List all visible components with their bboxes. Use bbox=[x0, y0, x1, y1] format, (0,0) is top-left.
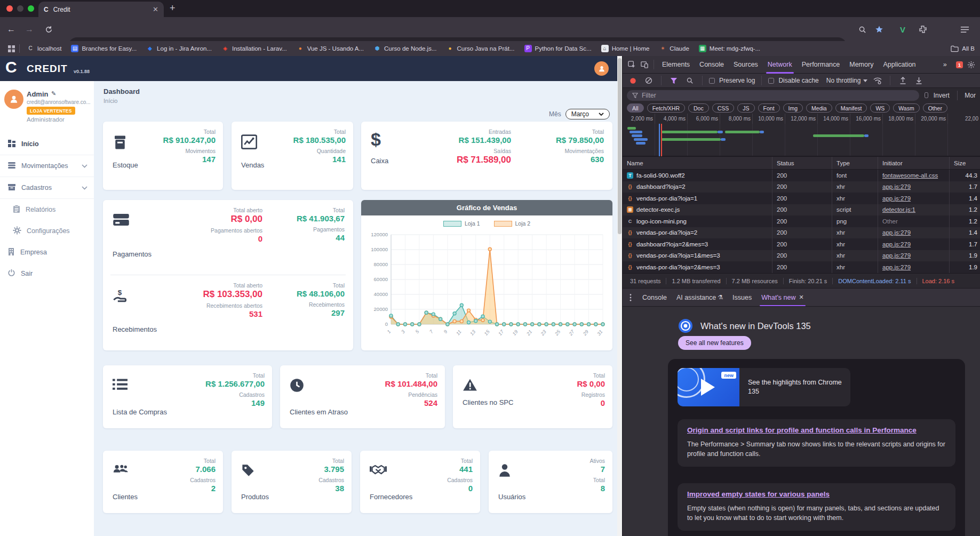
device-toolbar-icon[interactable] bbox=[639, 59, 650, 70]
invert-checkbox[interactable] bbox=[925, 92, 928, 98]
initiator-link[interactable]: app.js:279 bbox=[882, 264, 911, 270]
network-request-row[interactable]: Tfa-solid-900.woff2200fontfontawesome-al… bbox=[623, 170, 980, 181]
filter-chip-media[interactable]: Media bbox=[806, 103, 832, 113]
bookmark-item[interactable]: ⌂Home | Home bbox=[596, 45, 655, 52]
devtools-tab-memory[interactable]: Memory bbox=[844, 56, 878, 74]
see-all-features-button[interactable]: See all new features bbox=[678, 336, 751, 350]
more-filters-label[interactable]: Mor bbox=[965, 92, 976, 99]
drawer-tab-issues[interactable]: Issues bbox=[728, 289, 756, 306]
filter-chip-css[interactable]: CSS bbox=[712, 103, 735, 113]
bookmark-star-icon[interactable] bbox=[873, 23, 885, 35]
devtools-settings-gear-icon[interactable] bbox=[965, 59, 977, 70]
initiator-link[interactable]: app.js:279 bbox=[882, 183, 911, 190]
sidebar-item-configuracoes[interactable]: Configurações bbox=[0, 220, 94, 242]
initiator-link[interactable]: app.js:279 bbox=[882, 195, 911, 202]
bookmark-item[interactable]: ▦Meet: mdg-zfwq-... bbox=[694, 45, 765, 52]
bookmark-item[interactable]: Clocalhost bbox=[22, 45, 66, 52]
request-name[interactable]: {}vendas-por-dia?loja=2 bbox=[623, 227, 772, 239]
bookmark-item[interactable]: ⬢Curso de Node.js... bbox=[369, 45, 441, 52]
column-header-status[interactable]: Status bbox=[772, 157, 832, 169]
clear-network-log-icon[interactable] bbox=[643, 75, 655, 86]
extensions-puzzle-icon[interactable] bbox=[917, 23, 929, 35]
more-tabs-button[interactable]: » bbox=[938, 56, 952, 74]
filter-chip-other[interactable]: Other bbox=[923, 103, 947, 113]
search-icon[interactable] bbox=[856, 23, 868, 35]
network-request-row[interactable]: {}vendas-por-dia?loja=2200xhrapp.js:2791… bbox=[623, 227, 980, 239]
request-name[interactable]: {}dashboard?loja=2 bbox=[623, 181, 772, 193]
preserve-log-label[interactable]: Preserve log bbox=[719, 77, 755, 84]
network-request-row[interactable]: {}dashboard?loja=2200xhrapp.js:2791.7 bbox=[623, 181, 980, 193]
initiator-link[interactable]: fontawesome-all.css bbox=[882, 172, 938, 179]
header-avatar[interactable] bbox=[594, 61, 609, 76]
apps-grid-icon[interactable] bbox=[5, 43, 17, 54]
filter-chip-wasm[interactable]: Wasm bbox=[893, 103, 919, 113]
devtools-tab-elements[interactable]: Elements bbox=[657, 56, 695, 74]
bookmark-item[interactable]: ✶Claude bbox=[654, 45, 694, 52]
inspect-element-icon[interactable] bbox=[626, 59, 638, 70]
bookmark-item[interactable]: ◆Log in - Jira Anron... bbox=[141, 45, 217, 52]
request-name[interactable]: {}vendas-por-dia?loja=2&mes=3 bbox=[623, 261, 772, 273]
initiator-link[interactable]: detector.js:1 bbox=[882, 206, 915, 213]
network-request-row[interactable]: Clogo-icon-mini.png200pngOther1.2 bbox=[623, 215, 980, 227]
request-name[interactable]: Clogo-icon-mini.png bbox=[623, 215, 772, 227]
filter-chip-doc[interactable]: Doc bbox=[688, 103, 709, 113]
feature-link[interactable]: Origin and script links for profile and … bbox=[687, 426, 917, 434]
filter-funnel-icon[interactable] bbox=[668, 75, 680, 86]
feature-link[interactable]: Improved empty states for various panels bbox=[687, 490, 830, 498]
devtools-tab-console[interactable]: Console bbox=[695, 56, 729, 74]
bookmark-item[interactable]: ▤Branches for Easy... bbox=[66, 45, 141, 52]
sidebar-item-cadastros[interactable]: Cadastros bbox=[0, 177, 94, 198]
browser-tab[interactable]: C Credit ✕ bbox=[38, 2, 164, 17]
initiator-link[interactable]: app.js:279 bbox=[882, 252, 911, 259]
sidebar-item-relatorios[interactable]: Relatórios bbox=[0, 199, 94, 220]
filter-chip-all[interactable]: All bbox=[627, 103, 644, 113]
drawer-tab-console[interactable]: Console bbox=[638, 289, 672, 306]
devtools-tab-application[interactable]: Application bbox=[878, 56, 920, 74]
video-thumbnail[interactable]: new bbox=[678, 368, 739, 406]
network-request-row[interactable]: {}dashboard?loja=2&mes=3200xhrapp.js:279… bbox=[623, 238, 980, 250]
request-name[interactable]: {}vendas-por-dia?loja=1&mes=3 bbox=[623, 250, 772, 262]
drawer-tab-whatsnew[interactable]: What's new ✕ bbox=[756, 289, 808, 306]
network-filter-input[interactable]: Filter bbox=[627, 90, 919, 101]
bookmark-item[interactable]: ◈Installation - Larav... bbox=[217, 45, 292, 52]
v-extension-icon[interactable]: V bbox=[897, 23, 909, 35]
bookmark-item[interactable]: PPython for Data Sc... bbox=[520, 45, 596, 52]
scrollbar-thumb[interactable] bbox=[618, 58, 622, 234]
column-header-name[interactable]: Name bbox=[623, 157, 772, 169]
devtools-tab-performance[interactable]: Performance bbox=[797, 56, 845, 74]
bookmark-item[interactable]: ●Curso Java na Prát... bbox=[441, 45, 519, 52]
browser-menu-icon[interactable] bbox=[959, 23, 970, 35]
drawer-menu-icon[interactable] bbox=[625, 292, 636, 303]
network-request-row[interactable]: {}vendas-por-dia?loja=2&mes=3200xhrapp.j… bbox=[623, 261, 980, 273]
network-overview[interactable] bbox=[623, 124, 980, 156]
column-header-initiator[interactable]: Initiator bbox=[878, 157, 950, 169]
back-button[interactable]: ← bbox=[5, 23, 17, 35]
throttling-select[interactable]: No throttling bbox=[826, 77, 868, 84]
tab-close-icon[interactable]: ✕ bbox=[153, 5, 158, 13]
request-name[interactable]: Tfa-solid-900.woff2 bbox=[623, 170, 772, 181]
filter-chip-img[interactable]: Img bbox=[783, 103, 803, 113]
filter-chip-manifest[interactable]: Manifest bbox=[835, 103, 867, 113]
all-bookmarks-button[interactable]: All B bbox=[951, 45, 975, 52]
window-zoom-button[interactable] bbox=[28, 5, 34, 12]
request-name[interactable]: ≣detector-exec.js bbox=[623, 204, 772, 216]
close-drawer-tab-icon[interactable]: ✕ bbox=[799, 294, 803, 301]
month-select[interactable]: Março bbox=[565, 109, 610, 119]
preserve-log-checkbox[interactable] bbox=[709, 78, 715, 84]
export-har-icon[interactable] bbox=[913, 75, 925, 86]
column-header-size[interactable]: Size bbox=[950, 157, 980, 169]
sidebar-item-sair[interactable]: Sair bbox=[0, 263, 94, 284]
import-har-icon[interactable] bbox=[897, 75, 909, 86]
request-name[interactable]: {}vendas-por-dia?loja=1 bbox=[623, 193, 772, 204]
network-request-row[interactable]: ≣detector-exec.js200scriptdetector.js:11… bbox=[623, 204, 980, 216]
disable-cache-label[interactable]: Disable cache bbox=[778, 77, 818, 84]
network-conditions-icon[interactable] bbox=[872, 75, 883, 86]
invert-label[interactable]: Invert bbox=[934, 92, 950, 99]
window-close-button[interactable] bbox=[6, 5, 13, 12]
page-scrollbar[interactable] bbox=[617, 56, 622, 536]
devtools-tab-sources[interactable]: Sources bbox=[729, 56, 763, 74]
request-name[interactable]: {}dashboard?loja=2&mes=3 bbox=[623, 238, 772, 250]
sidebar-item-empresa[interactable]: Empresa bbox=[0, 242, 94, 263]
new-tab-button[interactable]: + bbox=[170, 3, 176, 14]
network-search-icon[interactable] bbox=[684, 75, 696, 86]
